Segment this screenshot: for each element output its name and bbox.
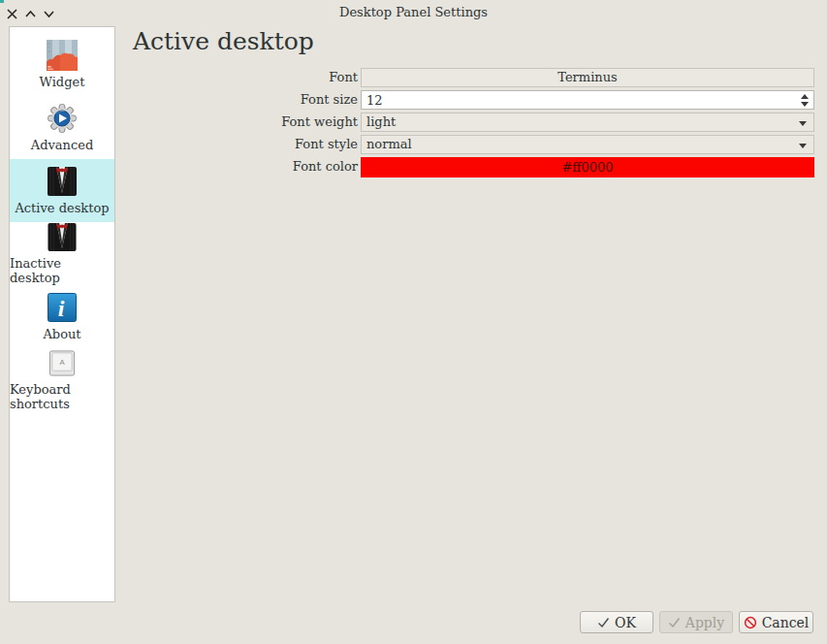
form-row-font-style: Font style normal — [0, 135, 817, 154]
cancel-no-entry-icon — [744, 616, 757, 629]
font-label: Font — [0, 68, 361, 87]
check-icon — [668, 617, 681, 628]
window-controls — [6, 6, 55, 18]
keyboard-key-icon: A — [47, 348, 78, 378]
sidebar-item-inactive-desktop[interactable]: Inactive desktop — [10, 222, 114, 285]
form-row-font-color: Font color #ff0000 — [0, 157, 817, 177]
widget-chart-icon — [47, 40, 78, 71]
check-icon — [597, 617, 610, 628]
close-icon[interactable] — [6, 6, 18, 18]
ok-button[interactable]: OK — [580, 611, 653, 633]
cancel-button[interactable]: Cancel — [739, 611, 813, 633]
font-color-button[interactable]: #ff0000 — [361, 157, 814, 177]
sidebar-item-label: Inactive desktop — [10, 256, 114, 285]
font-size-spinner[interactable] — [801, 94, 809, 107]
font-weight-label: Font weight — [0, 113, 361, 132]
font-size-input[interactable] — [361, 90, 814, 110]
inactive-desktop-tuxedo-icon — [47, 222, 78, 252]
sidebar-item-keyboard-shortcuts[interactable]: A Keyboard shortcuts — [10, 348, 114, 411]
form-row-font-size: Font size — [0, 90, 817, 110]
cancel-button-label: Cancel — [762, 615, 810, 630]
sidebar-item-label: Active desktop — [15, 201, 109, 215]
shade-down-icon[interactable] — [43, 6, 55, 18]
font-button[interactable]: Terminus — [361, 68, 814, 87]
sidebar-item-label: Keyboard shortcuts — [10, 382, 114, 411]
apply-button-label: Apply — [685, 615, 724, 630]
font-weight-dropdown[interactable]: light — [361, 113, 814, 132]
about-info-icon: i — [47, 292, 78, 323]
window-title: Desktop Panel Settings — [0, 0, 827, 19]
titlebar: Desktop Panel Settings — [0, 0, 827, 23]
spin-down-icon[interactable] — [801, 102, 809, 107]
shade-up-icon[interactable] — [24, 6, 37, 18]
font-style-value: normal — [366, 137, 412, 151]
page-title: Active desktop — [133, 27, 314, 55]
font-size-label: Font size — [0, 90, 361, 110]
font-weight-value: light — [366, 114, 396, 129]
font-style-label: Font style — [0, 135, 361, 154]
form-row-font-weight: Font weight light — [0, 113, 817, 132]
chevron-down-icon — [799, 121, 807, 126]
chevron-down-icon — [799, 144, 807, 148]
sidebar-item-label: About — [43, 327, 80, 341]
font-color-label: Font color — [0, 157, 361, 177]
font-style-dropdown[interactable]: normal — [361, 135, 814, 154]
svg-text:i: i — [58, 296, 65, 321]
apply-button[interactable]: Apply — [659, 611, 733, 633]
spin-up-icon[interactable] — [801, 94, 809, 99]
sidebar-item-about[interactable]: i About — [10, 285, 114, 348]
settings-form: Font Terminus Font size Font weight ligh… — [0, 68, 817, 180]
svg-text:A: A — [59, 358, 65, 367]
font-size-field-wrap — [361, 90, 814, 110]
form-row-font: Font Terminus — [0, 68, 817, 87]
ok-button-label: OK — [615, 615, 636, 630]
